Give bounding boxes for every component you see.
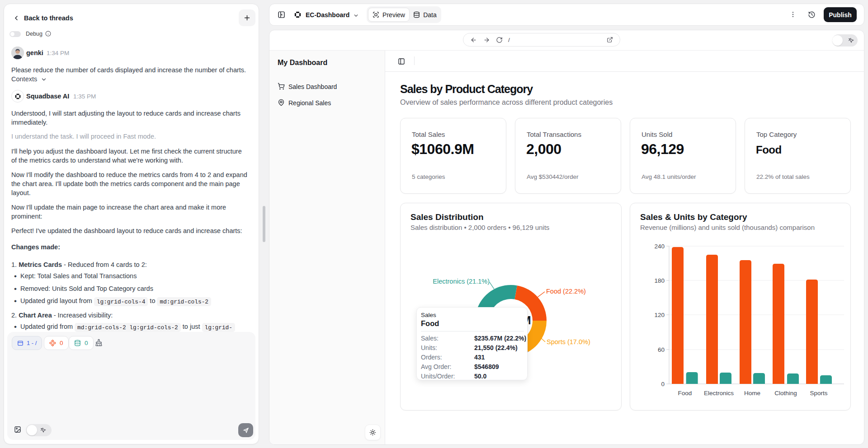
svg-text:Electronics (21.1%): Electronics (21.1%) [433, 278, 490, 285]
svg-text:180: 180 [654, 277, 665, 284]
svg-text:Electronics: Electronics [704, 390, 734, 397]
svg-text:240: 240 [654, 243, 665, 250]
svg-text:60: 60 [658, 346, 665, 353]
svg-text:Clothing: Clothing [774, 390, 797, 397]
svg-text:Food (22.2%): Food (22.2%) [546, 288, 586, 295]
svg-text:Sports (17.0%): Sports (17.0%) [547, 338, 590, 345]
svg-text:Food: Food [678, 390, 692, 397]
svg-text:Sports: Sports [810, 390, 827, 397]
svg-text:Home: Home [744, 390, 760, 397]
svg-text:120: 120 [654, 312, 665, 318]
svg-text:0: 0 [661, 381, 665, 387]
